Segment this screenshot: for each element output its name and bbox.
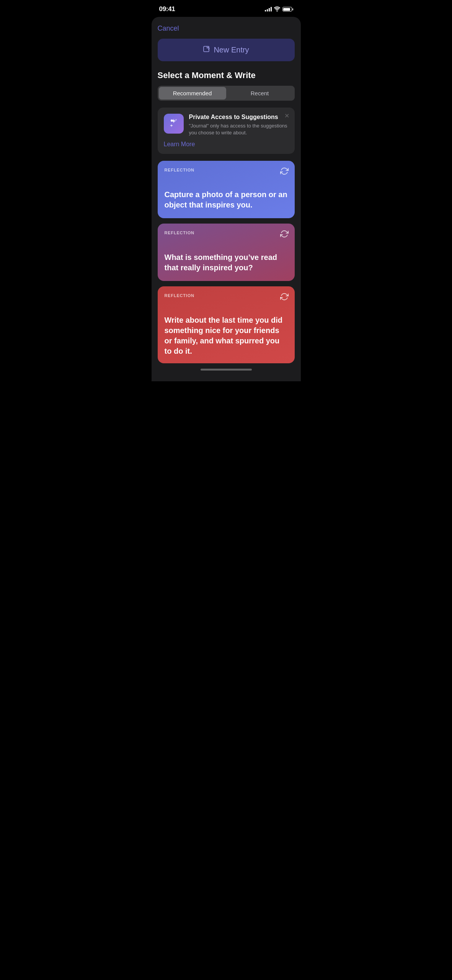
edit-icon bbox=[203, 46, 210, 54]
refresh-button-1[interactable] bbox=[280, 230, 289, 240]
reflection-text-2: Write about the last time you did someth… bbox=[165, 315, 288, 356]
reflection-text-0: Capture a photo of a person or an object… bbox=[165, 189, 288, 210]
status-bar: 09:41 bbox=[152, 0, 301, 17]
close-privacy-card-button[interactable]: ✕ bbox=[284, 113, 289, 119]
new-entry-label: New Entry bbox=[214, 46, 249, 54]
home-indicator bbox=[201, 369, 252, 371]
battery-icon bbox=[282, 7, 293, 11]
tab-recent[interactable]: Recent bbox=[226, 87, 294, 100]
tab-recommended[interactable]: Recommended bbox=[159, 87, 226, 100]
reflection-label-1: REFLECTION bbox=[165, 230, 288, 235]
svg-rect-0 bbox=[204, 46, 209, 52]
privacy-card: Private Access to Suggestions "Journal" … bbox=[158, 108, 295, 154]
privacy-desc: "Journal" only has access to the suggest… bbox=[189, 122, 289, 136]
segmented-control: Recommended Recent bbox=[158, 86, 295, 101]
section-title: Select a Moment & Write bbox=[158, 70, 295, 80]
cancel-button[interactable]: Cancel bbox=[158, 24, 179, 33]
privacy-title: Private Access to Suggestions bbox=[189, 114, 289, 121]
reflection-card-0[interactable]: REFLECTION Capture a photo of a person o… bbox=[158, 161, 295, 218]
wifi-icon bbox=[274, 7, 280, 12]
status-icons bbox=[265, 7, 293, 12]
reflection-label-2: REFLECTION bbox=[165, 293, 288, 298]
learn-more-link[interactable]: Learn More bbox=[164, 141, 195, 148]
reflection-label-0: REFLECTION bbox=[165, 168, 288, 172]
reflection-text-1: What is something you’ve read that reall… bbox=[165, 252, 288, 273]
new-entry-button[interactable]: New Entry bbox=[158, 39, 295, 61]
privacy-icon-bg bbox=[164, 114, 184, 134]
signal-icon bbox=[265, 7, 272, 11]
refresh-button-0[interactable] bbox=[280, 167, 289, 177]
refresh-button-2[interactable] bbox=[280, 292, 289, 302]
sparkles-magic-icon bbox=[168, 117, 179, 131]
status-time: 09:41 bbox=[159, 5, 175, 13]
reflection-card-1[interactable]: REFLECTION What is something you’ve read… bbox=[158, 224, 295, 281]
main-content: Cancel New Entry Select a Moment & Write… bbox=[152, 17, 301, 381]
reflection-card-2[interactable]: REFLECTION Write about the last time you… bbox=[158, 286, 295, 363]
